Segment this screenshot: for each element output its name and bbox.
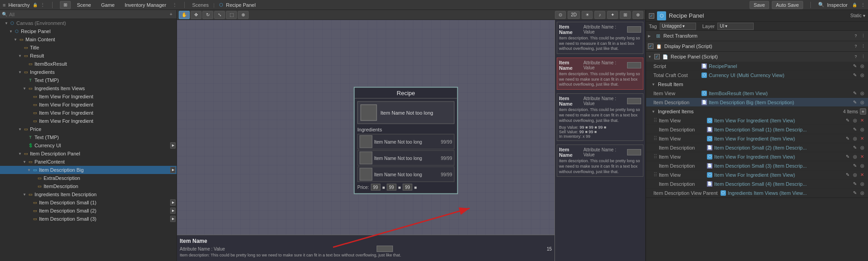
rect-help-btn[interactable]: ? bbox=[853, 33, 859, 39]
ingr-desc-edit-2[interactable]: ✎ bbox=[852, 145, 858, 151]
hierarchy-more-icon[interactable]: ⋮ bbox=[40, 2, 45, 7]
light-btn[interactable]: ☀ bbox=[582, 11, 593, 19]
hierarchy-item-result[interactable]: ▼ ▭ Result bbox=[0, 52, 177, 60]
ingr-desc-target-3[interactable]: ◎ bbox=[859, 163, 865, 169]
script-value[interactable]: RecipePanel bbox=[709, 63, 737, 69]
rect-tool[interactable]: ⬚ bbox=[226, 11, 237, 19]
hierarchy-item-item-view-4[interactable]: ▭ Item View For Ingredient bbox=[0, 117, 177, 125]
recipe-more-btn[interactable]: ⋮ bbox=[860, 53, 866, 60]
ingr-desc-target-1[interactable]: ◎ bbox=[859, 126, 865, 133]
2d-btn[interactable]: 2D bbox=[568, 11, 580, 19]
hierarchy-item-main-content[interactable]: ▼ ▭ Main Content bbox=[0, 35, 177, 44]
scroll-arrow[interactable]: ▶ bbox=[170, 142, 176, 149]
result-iv-edit-btn[interactable]: ✎ bbox=[852, 90, 858, 97]
scale-tool[interactable]: ⤡ bbox=[214, 11, 225, 19]
hierarchy-item-text-tmp[interactable]: T Text (TMP) bbox=[0, 76, 177, 84]
ingr-view-delete-1[interactable]: ✕ bbox=[859, 117, 865, 124]
hierarchy-item-canvas[interactable]: ▼ ⬡ Canvas (Environment) bbox=[0, 19, 177, 27]
hierarchy-item-currency-ui[interactable]: 💲 Currency UI ▶ bbox=[0, 141, 177, 150]
move-tool[interactable]: ✥ bbox=[191, 11, 201, 19]
ingr-view-edit-3[interactable]: ✎ bbox=[844, 154, 851, 160]
breadcrumb-scenes[interactable]: Scenes bbox=[192, 2, 209, 8]
ingr-desc-target-2[interactable]: ◎ bbox=[859, 145, 865, 151]
result-iv-target-btn[interactable]: ◎ bbox=[859, 90, 865, 97]
game-label[interactable]: Game bbox=[98, 2, 118, 8]
result-desc-target-btn[interactable]: ◎ bbox=[859, 99, 865, 106]
display-panel-header[interactable]: 📋 Display Panel (Script) ? ⋮ bbox=[646, 41, 868, 51]
hierarchy-item-recipe-panel[interactable]: ▼ ⬡ Recipe Panel bbox=[0, 27, 177, 35]
hierarchy-item-item-view-3[interactable]: ▭ Item View For Ingredient bbox=[0, 109, 177, 117]
grip-handle-2[interactable]: ⠿ bbox=[653, 135, 656, 142]
hierarchy-item-ingredients-item-views[interactable]: ▼ ▭ Ingredients Item Views bbox=[0, 84, 177, 92]
transform-tool[interactable]: ⊕ bbox=[238, 11, 249, 19]
hierarchy-item-item-description[interactable]: ▭ ItemDescription bbox=[0, 182, 177, 190]
ingr-desc-edit-4[interactable]: ✎ bbox=[852, 181, 858, 187]
static-dropdown-icon[interactable]: ▾ bbox=[863, 13, 865, 18]
inspector-lock-icon[interactable]: 🔒 bbox=[852, 3, 857, 7]
ingr-desc-value-2[interactable]: Item Description Small (2) (Item Descrip… bbox=[714, 145, 807, 150]
search-input[interactable] bbox=[9, 12, 166, 17]
view-btn-1[interactable]: ⊙ bbox=[555, 11, 566, 19]
rect-transform-header[interactable]: ▶ ⊞ Rect Transform ? ⋮ bbox=[646, 31, 868, 41]
tag-dropdown[interactable]: Untagged ▾ bbox=[660, 23, 696, 30]
hierarchy-item-extra-desc[interactable]: ▭ ExtraDescription bbox=[0, 174, 177, 182]
hierarchy-lock-icon[interactable]: 🔒 bbox=[33, 3, 38, 7]
display-panel-checkbox[interactable] bbox=[648, 44, 653, 49]
recipe-panel-script-header[interactable]: ▼ 📄 Recipe Panel (Script) ? ⋮ bbox=[646, 52, 868, 62]
ingr-view-delete-4[interactable]: ✕ bbox=[859, 172, 865, 178]
hierarchy-item-item-desc-panel[interactable]: ▼ ▭ Item Description Panel bbox=[0, 150, 177, 158]
add-hierarchy-btn[interactable]: + bbox=[167, 11, 175, 18]
hierarchy-item-item-desc-small-2[interactable]: ▭ Item Description Small (2) ▶ bbox=[0, 207, 177, 215]
item-desc-parent-value[interactable]: Ingredients Item Views (Item View... bbox=[728, 190, 807, 196]
object-active-checkbox[interactable] bbox=[649, 13, 654, 19]
scroll-arrow-2[interactable]: ▶ bbox=[170, 208, 176, 214]
effects-btn[interactable]: ✦ bbox=[607, 11, 618, 19]
ingr-view-value-2[interactable]: Item View For Ingredient (Item View) bbox=[714, 136, 795, 141]
scroll-arrow-3[interactable]: ▶ bbox=[170, 216, 176, 222]
ingr-view-target-4[interactable]: ◎ bbox=[852, 172, 858, 178]
ingr-desc-value-1[interactable]: Item Description Small (1) (Item Descrip… bbox=[714, 127, 807, 132]
hierarchy-item-ingredients[interactable]: ▼ ▭ Ingredients bbox=[0, 68, 177, 76]
display-help-btn[interactable]: ? bbox=[853, 43, 859, 49]
ingr-desc-edit-3[interactable]: ✎ bbox=[852, 163, 858, 169]
ingr-view-edit-2[interactable]: ✎ bbox=[844, 135, 851, 142]
scroll-arrow[interactable]: ▶ bbox=[170, 167, 176, 173]
auto-save-button[interactable]: Auto Save bbox=[772, 1, 803, 9]
scene-more-icon[interactable]: ⋮ bbox=[172, 2, 177, 7]
scene-label[interactable]: Scene bbox=[74, 2, 95, 8]
rotate-tool[interactable]: ↻ bbox=[202, 11, 213, 19]
save-button[interactable]: Save bbox=[750, 1, 769, 9]
hierarchy-item-title[interactable]: ▭ Title bbox=[0, 44, 177, 52]
total-craft-cost-value[interactable]: Currency UI (Multi Currency View) bbox=[709, 72, 785, 78]
result-desc-edit-btn[interactable]: ✎ bbox=[852, 99, 858, 106]
scene-view[interactable]: Recipe Item Name Not too long Ingredient… bbox=[177, 20, 645, 261]
camera-btn[interactable]: ⊞ bbox=[620, 11, 631, 19]
ingr-view-target-3[interactable]: ◎ bbox=[852, 154, 858, 160]
craft-cost-edit-btn[interactable]: ✎ bbox=[852, 72, 858, 78]
ingr-view-edit-1[interactable]: ✎ bbox=[844, 117, 851, 124]
hierarchy-item-price[interactable]: ▼ ▭ Price bbox=[0, 125, 177, 133]
grip-handle-1[interactable]: ⠿ bbox=[653, 117, 656, 124]
ingr-view-edit-4[interactable]: ✎ bbox=[844, 172, 851, 178]
ingr-view-value-1[interactable]: Item View For Ingredient (Item View) bbox=[714, 118, 795, 123]
audio-btn[interactable]: ♪ bbox=[594, 11, 605, 19]
grip-handle-3[interactable]: ⠿ bbox=[653, 154, 656, 160]
result-item-view-value[interactable]: ItemBoxResult (Item View) bbox=[709, 91, 768, 96]
ingr-view-delete-2[interactable]: ✕ bbox=[859, 135, 865, 142]
inspector-more-icon[interactable]: ⋮ bbox=[861, 2, 865, 7]
scene-tool-grid[interactable]: ⊞ bbox=[60, 1, 71, 9]
gizmo-btn[interactable]: ⊕ bbox=[633, 11, 643, 19]
hierarchy-item-panel-content[interactable]: ▼ ▭ PanelContent bbox=[0, 158, 177, 166]
grip-handle-4[interactable]: ⠿ bbox=[653, 172, 656, 178]
breadcrumb-recipe-panel[interactable]: Recipe Panel bbox=[226, 2, 255, 8]
item-desc-parent-target[interactable]: ◎ bbox=[859, 190, 865, 196]
rect-more-btn[interactable]: ⋮ bbox=[860, 33, 866, 39]
ingr-view-value-4[interactable]: Item View For Ingredient (Item View) bbox=[714, 172, 795, 178]
ingredient-items-add-btn[interactable]: + bbox=[860, 108, 866, 115]
hierarchy-item-item-desc-big[interactable]: ▼ ▭ Item Description Big ▶ bbox=[0, 166, 177, 174]
hand-tool[interactable]: ✋ bbox=[179, 11, 190, 19]
scroll-arrow-1[interactable]: ▶ bbox=[170, 199, 176, 206]
hierarchy-item-item-view-2[interactable]: ▭ Item View For Ingredient bbox=[0, 101, 177, 109]
ingr-desc-target-4[interactable]: ◎ bbox=[859, 181, 865, 187]
ingr-desc-value-4[interactable]: Item Description Small (4) (Item Descrip… bbox=[714, 181, 807, 187]
